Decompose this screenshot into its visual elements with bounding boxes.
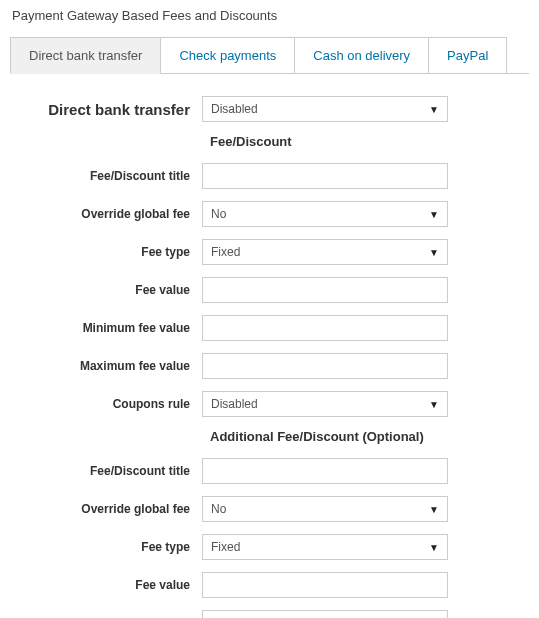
section-additional-fee-discount-heading: Additional Fee/Discount (Optional) (10, 429, 529, 444)
fee-type-value-2: Fixed (211, 540, 240, 554)
fee-title-input-2[interactable] (202, 458, 448, 484)
gateway-enable-select[interactable]: Disabled ▼ (202, 96, 448, 122)
max-fee-value-input[interactable] (202, 353, 448, 379)
chevron-down-icon: ▼ (429, 504, 439, 515)
chevron-down-icon: ▼ (429, 247, 439, 258)
gateway-enable-label: Direct bank transfer (10, 101, 202, 118)
fee-type-select[interactable]: Fixed ▼ (202, 239, 448, 265)
fee-type-select-2[interactable]: Fixed ▼ (202, 534, 448, 560)
override-global-fee-select-2[interactable]: No ▼ (202, 496, 448, 522)
override-global-fee-label: Override global fee (10, 207, 202, 221)
max-fee-value-label: Maximum fee value (10, 359, 202, 373)
fee-title-label: Fee/Discount title (10, 169, 202, 183)
fee-value-input-2[interactable] (202, 572, 448, 598)
chevron-down-icon: ▼ (429, 399, 439, 410)
chevron-down-icon: ▼ (429, 104, 439, 115)
coupons-rule-label: Coupons rule (10, 397, 202, 411)
fee-title-label-2: Fee/Discount title (10, 464, 202, 478)
override-global-fee-label-2: Override global fee (10, 502, 202, 516)
override-global-fee-value: No (211, 207, 226, 221)
coupons-rule-value: Disabled (211, 397, 258, 411)
fee-value-input[interactable] (202, 277, 448, 303)
fee-type-label: Fee type (10, 245, 202, 259)
min-fee-value-input[interactable] (202, 315, 448, 341)
chevron-down-icon: ▼ (429, 542, 439, 553)
fee-title-input[interactable] (202, 163, 448, 189)
gateway-enable-value: Disabled (211, 102, 258, 116)
fee-value-label-2: Fee value (10, 578, 202, 592)
tabs: Direct bank transfer Check payments Cash… (10, 37, 529, 74)
override-global-fee-select[interactable]: No ▼ (202, 201, 448, 227)
fee-value-label: Fee value (10, 283, 202, 297)
tab-direct-bank-transfer[interactable]: Direct bank transfer (10, 37, 161, 74)
tab-paypal[interactable]: PayPal (428, 37, 507, 73)
coupons-rule-select[interactable]: Disabled ▼ (202, 391, 448, 417)
tab-check-payments[interactable]: Check payments (160, 37, 295, 73)
form: Direct bank transfer Disabled ▼ Fee/Disc… (10, 74, 529, 618)
section-fee-discount-heading: Fee/Discount (10, 134, 529, 149)
min-fee-value-label: Minimum fee value (10, 321, 202, 335)
override-global-fee-value-2: No (211, 502, 226, 516)
tab-cash-on-delivery[interactable]: Cash on delivery (294, 37, 429, 73)
fee-type-label-2: Fee type (10, 540, 202, 554)
chevron-down-icon: ▼ (429, 209, 439, 220)
fee-type-value: Fixed (211, 245, 240, 259)
page-title: Payment Gateway Based Fees and Discounts (10, 8, 529, 23)
min-fee-value-input-2[interactable] (202, 610, 448, 618)
